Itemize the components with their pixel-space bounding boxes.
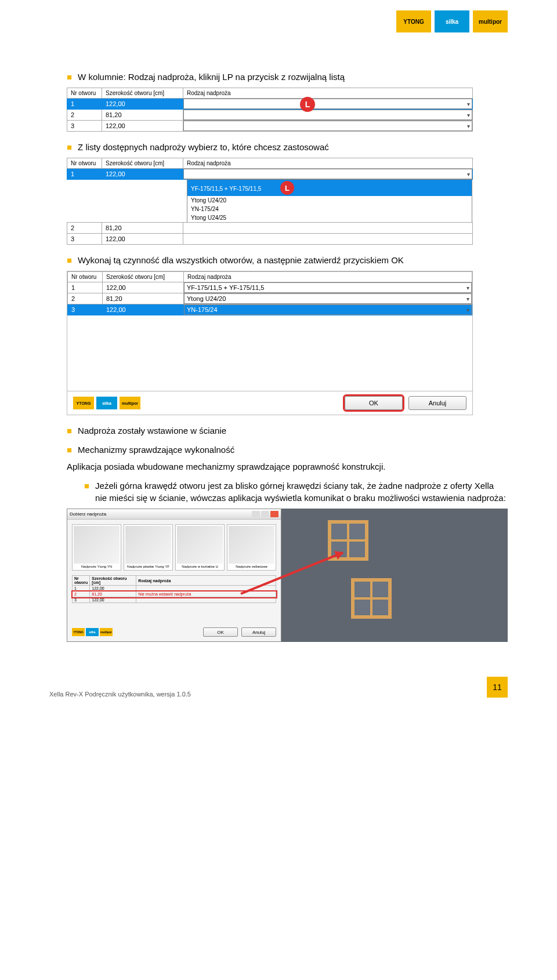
bullet-icon: ■: [84, 480, 89, 504]
typecard-3[interactable]: Nadproże w kształcie U: [175, 524, 225, 571]
bullet-3-text: Wykonaj tą czynność dla wszystkich otwor…: [78, 254, 404, 266]
dlg2-ok-button[interactable]: OK: [203, 627, 238, 637]
typecard-1[interactable]: Nadproże Ytong YN: [72, 524, 121, 571]
th-type: Rodzaj nadproża: [136, 576, 276, 586]
table1: Nr otworu Szerokość otworu [cm] Rodzaj n…: [67, 88, 473, 132]
row1[interactable]: 1 122,00 YF-175/11,5 + YF-175/11,5: [68, 282, 472, 293]
typecard-2[interactable]: Nadproże płaskie Ytong YF: [124, 524, 173, 571]
row2[interactable]: 2 81,20: [67, 110, 473, 121]
bullet-3: ■ Wykonaj tą czynność dla wszystkich otw…: [67, 254, 508, 266]
window-opening-2: [351, 578, 392, 619]
cell-w: 81,20: [103, 293, 184, 304]
table2: Nr otworu Szerokość otworu [cm] Rodzaj n…: [67, 158, 473, 180]
panel-block: Nr otworu Szerokość otworu [cm] Rodzaj n…: [67, 271, 508, 415]
bullet-1-text: W kolumnie: Rodzaj nadproża, kliknij LP …: [78, 71, 345, 83]
dlg2-badges: YTONG silka multipor: [72, 628, 113, 636]
table3: Nr otworu Szerokość otworu [cm] Rodzaj n…: [67, 271, 472, 315]
row3[interactable]: 3 122,00: [67, 121, 473, 132]
cell-w: 122,00: [103, 304, 184, 315]
ok-button[interactable]: OK: [345, 396, 403, 410]
cell-nr: 3: [68, 304, 103, 315]
marker-l: L: [300, 97, 315, 112]
cell-dd[interactable]: [183, 110, 473, 121]
bullet-6: ■ Jeżeli górna krawędź otworu jest za bl…: [84, 480, 508, 504]
dropdown-list[interactable]: YF-175/11,5 + YF-175/11,5 L Ytong U24/20…: [187, 179, 472, 223]
dd-option-1[interactable]: YF-175/11,5 + YF-175/11,5 L: [187, 180, 472, 196]
mini-badges: YTONG silka multipor: [73, 397, 140, 409]
bullet-icon: ■: [67, 71, 72, 83]
bullet-icon: ■: [67, 444, 72, 456]
th-nr: Nr otworu: [67, 88, 102, 99]
cell-nr: 1: [67, 169, 102, 180]
bullet-4-text: Nadproża zostały wstawione w ścianie: [78, 424, 226, 437]
dlg2-footer: YTONG silka multipor OK Anuluj: [67, 625, 281, 641]
dlg2-table: Nr otworu Szerokość otworu [cm] Rodzaj n…: [72, 575, 276, 603]
bullet-icon: ■: [67, 254, 72, 266]
cell-dd[interactable]: [183, 169, 473, 180]
th-nr: Nr otworu: [68, 272, 103, 282]
wall-scene: [281, 509, 508, 642]
th-type: Rodzaj nadproża: [183, 88, 473, 99]
panel-footer: YTONG silka multipor OK Anuluj: [67, 391, 472, 415]
dd-option-3[interactable]: YN-175/24: [187, 205, 472, 213]
th-type: Rodzaj nadproża: [183, 158, 473, 169]
th-width: Szerokość otworu [cm]: [102, 88, 183, 99]
cell-nr: 2: [67, 110, 102, 121]
page-number: 11: [487, 677, 508, 698]
mb-ytong: YTONG: [73, 397, 94, 409]
cell-nr: 2: [67, 223, 102, 234]
row2[interactable]: 2 81,20: [67, 223, 473, 234]
composite-block: Dobierz nadproża Nadproże Ytong YN Nadpr…: [67, 509, 508, 642]
cell-dd[interactable]: [183, 121, 473, 132]
th-width: Szerokość otworu [cm]: [90, 576, 136, 586]
cell-dd[interactable]: Ytong U24/20: [184, 293, 472, 304]
row3[interactable]: 3 122,00: [67, 234, 473, 245]
bullet-2-text: Z listy dostępnych nadproży wybierz to, …: [78, 141, 329, 153]
dialog2: Dobierz nadproża Nadproże Ytong YN Nadpr…: [67, 509, 281, 642]
table1-block: Nr otworu Szerokość otworu [cm] Rodzaj n…: [67, 88, 508, 132]
bullet-2: ■ Z listy dostępnych nadproży wybierz to…: [67, 141, 508, 153]
th-width: Szerokość otworu [cm]: [102, 158, 183, 169]
cell-w: 122,00: [102, 234, 183, 245]
row2[interactable]: 2 81,20 Ytong U24/20: [68, 293, 472, 304]
dialog-buttons: OK Anuluj: [345, 396, 466, 410]
th-type: Rodzaj nadproża: [184, 272, 472, 282]
cancel-button[interactable]: Anuluj: [408, 396, 466, 410]
bullet-5: ■ Mechanizmy sprawdzające wykonalność: [67, 444, 508, 456]
dlg2-titlebar: Dobierz nadproża: [67, 509, 281, 520]
brand-badges: YTONG silka multipor: [396, 10, 508, 32]
th-nr: Nr otworu: [73, 576, 90, 586]
th-width: Szerokość otworu [cm]: [103, 272, 184, 282]
badge-ytong: YTONG: [396, 10, 431, 32]
cell-w: 81,20: [102, 110, 183, 121]
cell-dd[interactable]: YN-175/24: [184, 304, 472, 315]
dlg2-title: Dobierz nadproża: [70, 511, 106, 517]
dd-option-4[interactable]: Ytong U24/25: [187, 213, 472, 222]
cell-w: 81,20: [102, 223, 183, 234]
cell-dd[interactable]: [183, 223, 473, 234]
bullet-1: ■ W kolumnie: Rodzaj nadproża, kliknij L…: [67, 71, 508, 83]
cell-nr: 3: [67, 234, 102, 245]
row1[interactable]: 1 122,00: [67, 169, 473, 180]
bullet-6-text: Jeżeli górna krawędź otworu jest za blis…: [95, 480, 508, 504]
cell-dd[interactable]: YF-175/11,5 + YF-175/11,5: [184, 282, 472, 293]
dlg2-cancel-button[interactable]: Anuluj: [241, 627, 276, 637]
dd-option-2[interactable]: Ytong U24/20: [187, 196, 472, 205]
badge-multipor: multipor: [473, 10, 508, 32]
window-buttons[interactable]: [252, 511, 278, 517]
cell-dd[interactable]: [183, 234, 473, 245]
bullet-4: ■ Nadproża zostały wstawione w ścianie: [67, 424, 508, 437]
page-footer: Xella Rev-X Podręcznik użytkownika, wers…: [49, 677, 508, 698]
footer-text: Xella Rev-X Podręcznik użytkownika, wers…: [49, 691, 191, 698]
badge-silka: silka: [435, 10, 469, 32]
row1[interactable]: 1 122,00 L: [67, 99, 473, 110]
typecard-4[interactable]: Nadproże zelbetowe: [227, 524, 276, 571]
cell-dd[interactable]: L: [183, 99, 473, 110]
dlg2-row3[interactable]: 3122,00: [73, 597, 276, 603]
mb-silka: silka: [96, 397, 117, 409]
cell-w: 122,00: [102, 121, 183, 132]
cell-nr: 1: [68, 282, 103, 293]
bullet-5-text: Mechanizmy sprawdzające wykonalność: [78, 444, 234, 456]
row3[interactable]: 3 122,00 YN-175/24: [68, 304, 472, 315]
bullet-icon: ■: [67, 424, 72, 437]
